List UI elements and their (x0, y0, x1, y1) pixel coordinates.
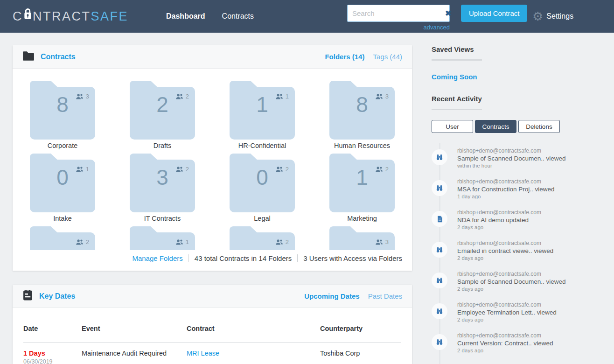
folder-name: Legal (212, 215, 312, 222)
folder-name: Drafts (112, 142, 212, 149)
activity-user: rbishop+demo@contractsafe.com (457, 147, 607, 154)
key-dates-table: Date Event Contract Counterparty 1 Days … (23, 308, 401, 364)
activity-time: within the hour (457, 162, 607, 169)
tab-folders[interactable]: Folders (14) (325, 53, 364, 61)
tab-deletions[interactable]: Deletions (518, 120, 560, 133)
users-icon (175, 239, 184, 245)
activity-text: rbishop+demo@contractsafe.com Sample of … (457, 147, 607, 169)
days-remaining: 1 Days (23, 350, 82, 357)
folder-partial-3[interactable]: 2 (212, 226, 312, 250)
folder-users-badge: 3 (375, 93, 389, 100)
users-icon (275, 166, 284, 173)
folder-partial-1[interactable]: 2 (13, 226, 112, 250)
contracts-title-text: Contracts (41, 53, 76, 61)
activity-user: rbishop+demo@contractsafe.com (457, 209, 607, 216)
folder-it-contracts[interactable]: 3 2 IT Contracts (112, 154, 212, 226)
contractsafe-dashboard: C NTRACTSAFE Dashboard Contracts ✖ advan… (0, 0, 614, 364)
binoculars-icon (432, 242, 447, 258)
activity-item[interactable]: rbishop+demo@contractsafe.com Current Ve… (432, 332, 607, 363)
nav-dashboard[interactable]: Dashboard (166, 12, 205, 21)
folder-partial-2[interactable]: 1 (112, 226, 212, 250)
contracts-panel-title: Contracts (22, 51, 76, 63)
logo-text-c: C (13, 9, 23, 24)
nav-contracts[interactable]: Contracts (222, 12, 254, 21)
lock-icon (23, 9, 33, 24)
tab-upcoming-dates[interactable]: Upcoming Dates (304, 292, 359, 300)
tab-user[interactable]: User (432, 120, 473, 133)
users-icon (375, 166, 384, 173)
tab-contracts-activity[interactable]: Contracts (475, 120, 516, 133)
settings-menu[interactable]: ⚙ Settings (532, 0, 573, 33)
folder-users-badge: 3 (75, 93, 89, 100)
search-input[interactable] (352, 9, 445, 17)
folder-hr-confidential[interactable]: 1 1 HR-Confidential (212, 81, 312, 154)
folder-shape: 8 3 (329, 81, 395, 140)
users-icon (75, 93, 84, 100)
activity-time: 2 days ago (457, 255, 607, 262)
activity-user: rbishop+demo@contractsafe.com (457, 240, 607, 247)
activity-item[interactable]: rbishop+demo@contractsafe.com Employee T… (432, 301, 607, 332)
folder-partial-4[interactable]: 3 (312, 226, 412, 250)
users-icon (375, 239, 384, 245)
activity-user: rbishop+demo@contractsafe.com (457, 301, 607, 308)
folder-shape: 2 (30, 226, 95, 250)
activity-text: rbishop+demo@contractsafe.com MSA for Co… (457, 178, 607, 200)
logo-text-ntract: NTRACT (33, 9, 91, 24)
folder-users-badge: 2 (275, 166, 289, 173)
folder-shape: 3 2 (130, 154, 195, 212)
contract-link[interactable]: MRI Lease (187, 350, 219, 357)
activity-item[interactable]: rbishop+demo@contractsafe.com Sample of … (432, 147, 607, 178)
key-dates-tabs: Upcoming Dates Past Dates (304, 292, 402, 300)
folder-name: Human Resources (312, 142, 412, 149)
event-name: Maintenance Audit Required (82, 343, 187, 364)
folder-legal[interactable]: 0 2 Legal (212, 154, 312, 226)
activity-action: Sample of Scanned Documen.. viewed (457, 278, 607, 286)
upload-contract-button[interactable]: Upload Contract (461, 5, 527, 22)
saved-views-heading: Saved Views (432, 45, 607, 53)
activity-item[interactable]: rbishop+demo@contractsafe.com NDA for AI… (432, 209, 607, 240)
folder-shape: 2 (230, 226, 295, 250)
coming-soon-link[interactable]: Coming Soon (432, 73, 607, 81)
column-header-contract: Contract (187, 308, 320, 343)
folder-name: HR-Confidential (212, 142, 312, 149)
users-icon (275, 93, 284, 100)
activity-time: 2 days ago (457, 316, 607, 323)
main-nav: Dashboard Contracts (166, 0, 254, 33)
folder-human-resources[interactable]: 8 3 Human Resources (312, 81, 412, 154)
folder-shape: 1 (130, 226, 195, 250)
activity-item[interactable]: rbishop+demo@contractsafe.com MSA for Co… (432, 178, 607, 209)
activity-action: Current Version: Contract.. viewed (457, 339, 607, 347)
folder-intake[interactable]: 0 1 Intake (13, 154, 112, 226)
tab-tags[interactable]: Tags (44) (373, 53, 402, 61)
folder-users-badge: 2 (175, 93, 189, 100)
folder-shape: 8 3 (30, 81, 95, 140)
binoculars-icon (432, 273, 447, 288)
activity-item[interactable]: rbishop+demo@contractsafe.com Emailed in… (432, 240, 607, 271)
heading-underline (432, 59, 482, 61)
folder-name: Marketing (312, 215, 412, 222)
activity-user: rbishop+demo@contractsafe.com (457, 271, 607, 278)
activity-action: MSA for Construction Proj.. viewed (457, 185, 607, 193)
column-header-event: Event (82, 308, 187, 343)
activity-text: rbishop+demo@contractsafe.com Employee T… (457, 301, 607, 323)
activity-text: rbishop+demo@contractsafe.com Sample of … (457, 271, 607, 293)
folder-users-badge: 2 (75, 238, 89, 245)
manage-folders-link[interactable]: Manage Folders (132, 254, 182, 262)
activity-item[interactable]: rbishop+demo@contractsafe.com Sample of … (432, 271, 607, 301)
activity-list: rbishop+demo@contractsafe.com Sample of … (432, 147, 607, 363)
key-date-row: 1 Days 06/30/2019 Maintenance Audit Requ… (23, 343, 401, 364)
advanced-search-link[interactable]: advanced (347, 24, 450, 31)
tab-past-dates[interactable]: Past Dates (368, 292, 402, 300)
clear-search-icon[interactable]: ✖ (445, 10, 451, 17)
contractsafe-logo[interactable]: C NTRACTSAFE (13, 0, 128, 33)
activity-time: 2 days ago (457, 224, 607, 231)
folder-drafts[interactable]: 2 2 Drafts (112, 81, 212, 154)
folder-name: IT Contracts (112, 215, 212, 222)
folder-marketing[interactable]: 1 2 Marketing (312, 154, 412, 226)
contracts-view-tabs: Folders (14) Tags (44) (325, 53, 402, 61)
gear-icon: ⚙ (532, 10, 543, 22)
activity-text: rbishop+demo@contractsafe.com Emailed in… (457, 240, 607, 262)
folder-corporate[interactable]: 8 3 Corporate (13, 81, 112, 154)
key-dates-panel-header: Key Dates Upcoming Dates Past Dates (13, 285, 412, 308)
settings-label: Settings (546, 12, 573, 21)
